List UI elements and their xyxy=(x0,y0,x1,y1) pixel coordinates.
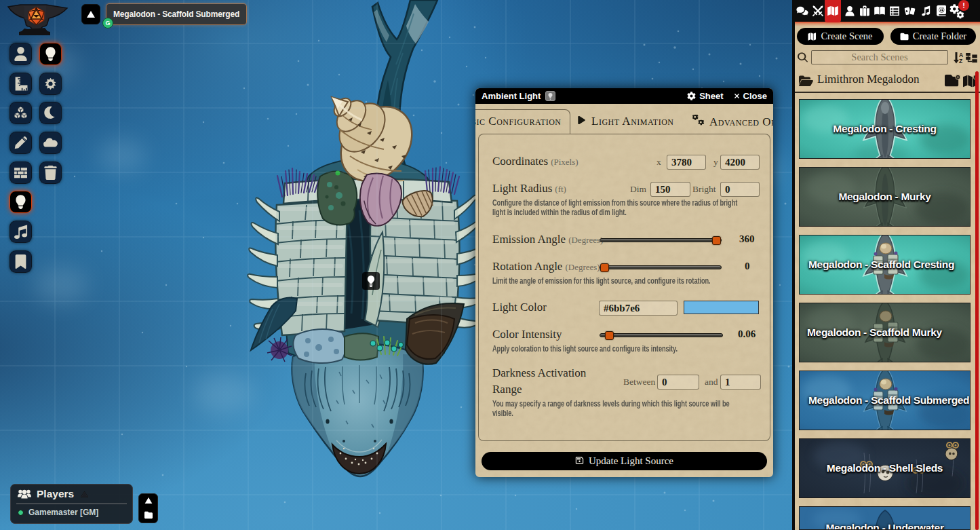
svg-text:Z: Z xyxy=(959,58,962,64)
svg-text:!: ! xyxy=(962,1,965,10)
